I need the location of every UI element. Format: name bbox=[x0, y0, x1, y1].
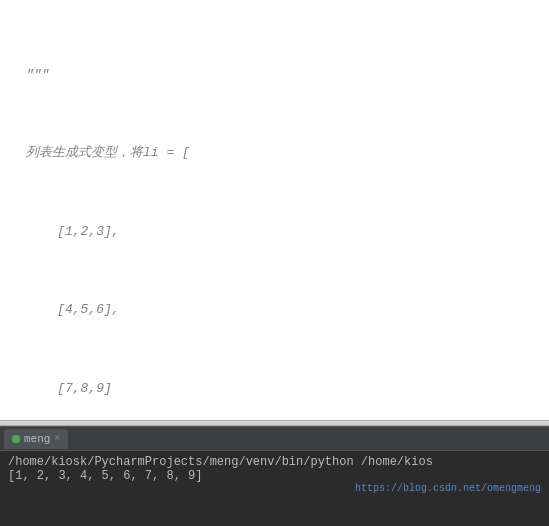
terminal-output-line: [1, 2, 3, 4, 5, 6, 7, 8, 9] bbox=[8, 469, 541, 483]
terminal-url: https://blog.csdn.net/omengmeng bbox=[8, 483, 541, 494]
code-editor: """ 列表生成式变型，将li = [ [1,2,3], [4,5,6], [7… bbox=[0, 0, 549, 420]
terminal-tabs: meng × bbox=[0, 427, 549, 451]
terminal-tab-close[interactable]: × bbox=[54, 433, 60, 444]
terminal-tab-label: meng bbox=[24, 433, 50, 445]
code-block: """ 列表生成式变型，将li = [ [1,2,3], [4,5,6], [7… bbox=[0, 0, 549, 420]
code-line-3: [1,2,3], bbox=[0, 222, 549, 242]
terminal-output-text: [1, 2, 3, 4, 5, 6, 7, 8, 9] bbox=[8, 469, 202, 483]
terminal-content: /home/kiosk/PycharmProjects/meng/venv/bi… bbox=[0, 451, 549, 526]
terminal-path-text: /home/kiosk/PycharmProjects/meng/venv/bi… bbox=[8, 455, 433, 469]
terminal-tab-meng[interactable]: meng × bbox=[4, 429, 68, 449]
code-line-1: """ bbox=[0, 65, 549, 85]
terminal-panel: meng × /home/kiosk/PycharmProjects/meng/… bbox=[0, 426, 549, 526]
code-line-5: [7,8,9] bbox=[0, 379, 549, 399]
code-line-4: [4,5,6], bbox=[0, 300, 549, 320]
tab-status-dot bbox=[12, 435, 20, 443]
terminal-path-line: /home/kiosk/PycharmProjects/meng/venv/bi… bbox=[8, 455, 541, 469]
code-line-2: 列表生成式变型，将li = [ bbox=[0, 143, 549, 163]
